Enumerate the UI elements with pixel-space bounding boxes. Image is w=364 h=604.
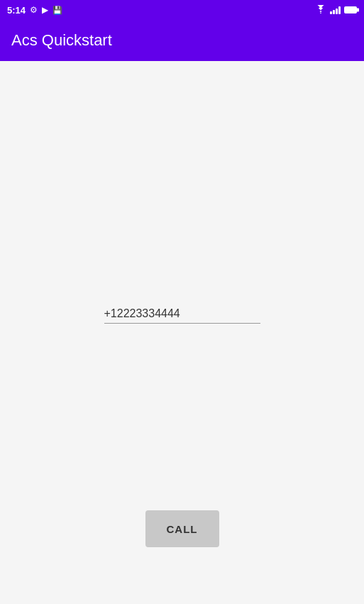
call-button-area: CALL [0,510,364,561]
status-bar-right [315,4,357,16]
gear-icon [30,5,38,15]
call-button[interactable]: CALL [145,510,219,547]
svg-point-0 [320,13,321,13]
center-area [104,118,260,510]
play-icon [42,5,48,15]
app-bar: Acs Quickstart [0,20,364,61]
battery-icon [344,6,357,13]
status-bar-left: 5:14 [7,5,62,16]
main-content: CALL [0,61,364,604]
phone-input[interactable] [104,304,260,324]
phone-input-container [104,304,260,324]
wifi-icon [315,4,326,16]
signal-bars-icon [330,6,341,14]
app-title: Acs Quickstart [11,31,112,50]
status-time: 5:14 [7,5,26,16]
save-icon [53,5,62,15]
status-bar: 5:14 [0,0,364,20]
